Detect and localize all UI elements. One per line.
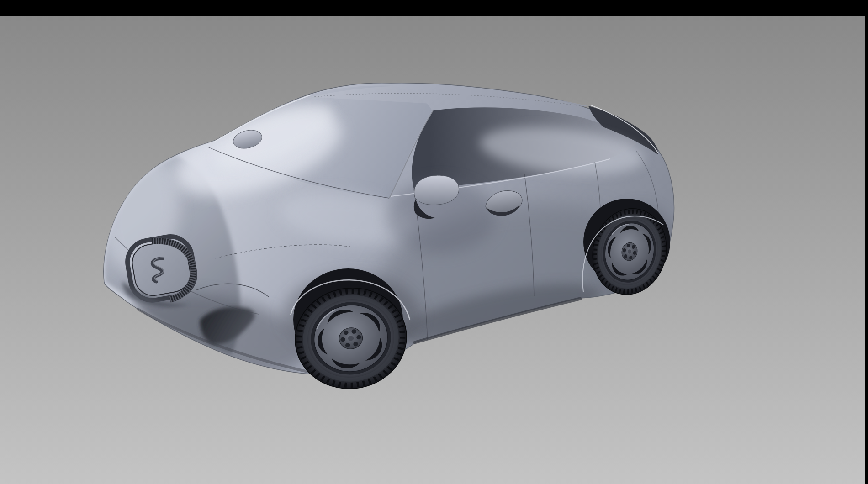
right-letterbox-strip — [865, 16, 868, 484]
top-letterbox-bar — [0, 0, 868, 16]
cad-application-window — [0, 0, 868, 484]
render-canvas — [0, 0, 868, 484]
